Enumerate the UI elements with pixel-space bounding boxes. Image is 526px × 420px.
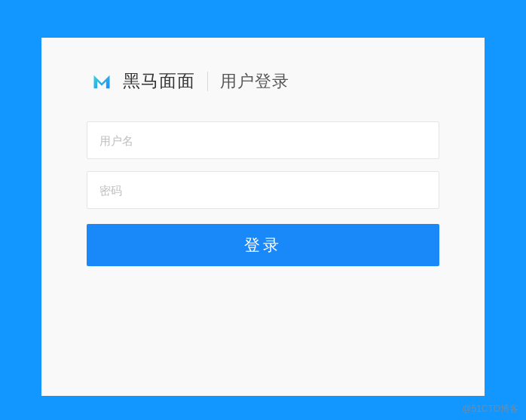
login-button[interactable]: 登录 (87, 224, 439, 266)
username-input[interactable] (87, 121, 439, 159)
logo-icon (91, 71, 112, 92)
header-divider (207, 72, 208, 91)
login-form: 登录 (87, 121, 439, 266)
watermark: @51CTO博客 (462, 403, 518, 415)
login-card: 黑马面面 用户登录 登录 (41, 38, 485, 396)
password-input[interactable] (87, 171, 439, 209)
page-title: 用户登录 (220, 70, 289, 93)
login-header: 黑马面面 用户登录 (87, 69, 439, 93)
brand-name: 黑马面面 (123, 69, 195, 93)
